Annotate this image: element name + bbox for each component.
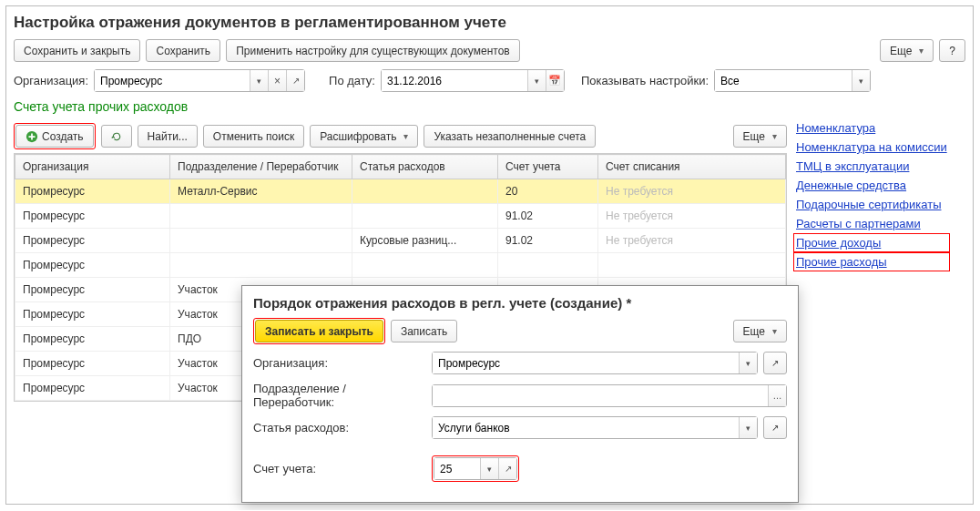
date-field [381, 69, 565, 92]
cell-dept[interactable] [170, 204, 352, 229]
dlg-item-label: Статья расходов: [253, 421, 426, 434]
create-button[interactable]: Создать [15, 125, 94, 148]
header-toolbar: Сохранить и закрыть Сохранить Применить … [14, 39, 965, 62]
save-button[interactable]: Сохранить [146, 39, 220, 62]
cell-writeoff[interactable]: Не требуется [598, 179, 786, 204]
date-label: По дату: [329, 74, 375, 87]
dlg-org-dropdown-icon[interactable] [739, 353, 757, 373]
cell-dept[interactable] [170, 229, 352, 253]
dlg-save-close-button[interactable]: Записать и закрыть [255, 320, 383, 342]
show-label: Показывать настройки: [581, 74, 709, 87]
dlg-dept-field: … [432, 384, 787, 407]
org-field [94, 69, 305, 92]
dlg-dept-label: Подразделение / Переработчик: [253, 382, 426, 409]
date-input[interactable] [382, 70, 527, 91]
link-cash[interactable]: Денежные средства [796, 179, 947, 192]
org-label: Организация: [14, 74, 88, 87]
date-dropdown-icon[interactable] [527, 70, 546, 91]
filter-row: Организация: По дату: Показывать настрой… [14, 69, 965, 92]
save-close-button[interactable]: Сохранить и закрыть [14, 39, 140, 62]
cell-acct[interactable]: 20 [498, 179, 598, 204]
link-partners[interactable]: Расчеты с партнерами [796, 217, 947, 230]
table-row[interactable]: Промресурс91.02Не требуется [15, 204, 786, 229]
reload-icon [111, 131, 122, 142]
dlg-acct-dropdown-icon[interactable] [480, 458, 498, 479]
cell-org[interactable]: Промресурс [15, 229, 170, 253]
cell-item[interactable] [352, 204, 498, 229]
dlg-org-label: Организация: [253, 356, 426, 370]
find-button[interactable]: Найти... [138, 125, 198, 148]
more-button[interactable]: Еще [880, 39, 934, 62]
cell-org[interactable]: Промресурс [15, 376, 170, 401]
link-nom-commission[interactable]: Номенклатура на комиссии [796, 140, 947, 154]
link-nomenclature[interactable]: Номенклатура [796, 121, 947, 135]
col-item[interactable]: Статья расходов [352, 155, 498, 179]
dlg-acct-field [434, 457, 517, 480]
org-dropdown-icon[interactable] [250, 70, 268, 91]
cell-writeoff[interactable]: Не требуется [598, 229, 786, 253]
cell-org[interactable]: Промресурс [15, 302, 170, 327]
cell-item[interactable] [352, 253, 498, 278]
show-input[interactable] [715, 70, 852, 91]
cell-org[interactable]: Промресурс [15, 253, 170, 278]
link-other-income[interactable]: Прочие доходы [796, 236, 947, 250]
fill-blank-button[interactable]: Указать незаполненные счета [424, 125, 596, 148]
refresh-button[interactable] [101, 125, 132, 148]
calendar-icon[interactable] [546, 70, 564, 91]
help-button[interactable]: ? [939, 39, 965, 62]
dlg-dept-input[interactable] [433, 385, 768, 406]
cell-dept[interactable]: Металл-Сервис [170, 179, 352, 204]
cell-item[interactable]: Курсовые разниц... [352, 229, 498, 253]
cell-org[interactable]: Промресурс [15, 327, 170, 352]
cell-org[interactable]: Промресурс [15, 179, 170, 204]
cell-acct[interactable]: 91.02 [498, 204, 598, 229]
dlg-item-open-icon[interactable] [763, 416, 787, 439]
dlg-item-dropdown-icon[interactable] [739, 417, 757, 438]
dlg-more-button[interactable]: Еще [733, 320, 787, 342]
cell-org[interactable]: Промресурс [15, 352, 170, 376]
link-tmc[interactable]: ТМЦ в эксплуатации [796, 159, 947, 173]
table-more-button[interactable]: Еще [733, 125, 787, 148]
col-acct[interactable]: Счет учета [498, 155, 598, 179]
cell-writeoff[interactable]: Не требуется [598, 204, 786, 229]
cell-acct[interactable] [498, 253, 598, 278]
org-input[interactable] [95, 70, 250, 91]
cell-writeoff[interactable] [598, 253, 786, 278]
main-panel: Настройка отражения документов в регламе… [5, 5, 974, 505]
nav-links: Номенклатура Номенклатура на комиссии ТМ… [796, 119, 947, 402]
cell-org[interactable]: Промресурс [15, 278, 170, 302]
cell-dept[interactable] [170, 253, 352, 278]
dlg-acct-open-icon[interactable] [498, 458, 516, 479]
table-toolbar: Создать Найти... Отменить поиск Расшифро… [14, 119, 787, 153]
show-field [714, 69, 871, 92]
dlg-org-input[interactable] [433, 353, 739, 373]
link-gift[interactable]: Подарочные сертификаты [796, 198, 947, 211]
table-row[interactable]: Промресурс [15, 253, 786, 278]
org-open-icon[interactable] [286, 70, 304, 91]
cell-item[interactable] [352, 179, 498, 204]
cell-acct[interactable]: 91.02 [498, 229, 598, 253]
dlg-dept-select-icon[interactable]: … [768, 385, 786, 406]
show-dropdown-icon[interactable] [852, 70, 870, 91]
dlg-org-open-icon[interactable] [763, 352, 787, 374]
decode-button[interactable]: Расшифровать [310, 125, 418, 148]
col-org[interactable]: Организация [15, 155, 170, 179]
cancel-search-button[interactable]: Отменить поиск [203, 125, 304, 148]
dlg-save-button[interactable]: Записать [391, 320, 457, 342]
dlg-org-field [432, 352, 758, 374]
page-title: Настройка отражения документов в регламе… [14, 14, 965, 32]
org-clear-icon[interactable] [268, 70, 286, 91]
cell-org[interactable]: Промресурс [15, 204, 170, 229]
link-other-expenses[interactable]: Прочие расходы [796, 255, 947, 269]
col-writeoff[interactable]: Счет списания [598, 155, 786, 179]
section-title: Счета учета прочих расходов [14, 99, 965, 114]
apply-button[interactable]: Применить настройку для существующих док… [226, 39, 520, 62]
dialog-toolbar: Записать и закрыть Записать Еще [253, 318, 787, 344]
dlg-acct-label: Счет учета: [253, 462, 426, 475]
table-row[interactable]: ПромресурсМеталл-Сервис20Не требуется [15, 179, 786, 204]
col-dept[interactable]: Подразделение / Переработчик [170, 155, 352, 179]
dlg-item-input[interactable] [433, 417, 739, 438]
table-row[interactable]: ПромресурсКурсовые разниц...91.02Не треб… [15, 229, 786, 253]
plus-icon [26, 130, 38, 143]
dlg-acct-input[interactable] [434, 458, 480, 479]
